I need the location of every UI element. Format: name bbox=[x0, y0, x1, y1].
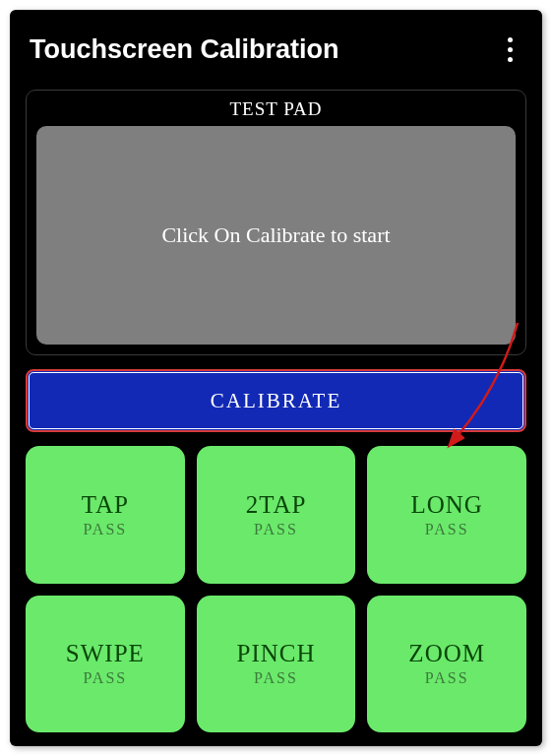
header: Touchscreen Calibration bbox=[26, 24, 526, 90]
test-pad-label: TEST PAD bbox=[36, 98, 516, 126]
tile-zoom: ZOOM PASS bbox=[367, 596, 526, 733]
test-pad-instruction: Click On Calibrate to start bbox=[161, 222, 390, 248]
tile-status: PASS bbox=[254, 669, 298, 687]
tile-title: 2TAP bbox=[246, 491, 307, 519]
tile-status: PASS bbox=[425, 521, 469, 538]
app-screen: Touchscreen Calibration TEST PAD Click O… bbox=[10, 10, 542, 746]
tile-pinch: PINCH PASS bbox=[197, 596, 356, 733]
test-pad-container: TEST PAD Click On Calibrate to start bbox=[26, 90, 526, 355]
tile-status: PASS bbox=[83, 669, 127, 687]
calibrate-button[interactable]: CALIBRATE bbox=[26, 369, 526, 432]
tile-status: PASS bbox=[254, 521, 298, 538]
tile-title: TAP bbox=[82, 491, 129, 519]
tile-title: PINCH bbox=[236, 640, 315, 667]
test-pad[interactable]: Click On Calibrate to start bbox=[36, 126, 516, 345]
tile-long: LONG PASS bbox=[367, 446, 526, 584]
tile-title: LONG bbox=[410, 491, 482, 519]
tile-status: PASS bbox=[83, 521, 127, 538]
results-grid: TAP PASS 2TAP PASS LONG PASS SWIPE PASS … bbox=[26, 446, 526, 732]
tile-tap: TAP PASS bbox=[26, 446, 185, 584]
calibrate-button-label: CALIBRATE bbox=[211, 389, 342, 413]
tile-title: ZOOM bbox=[408, 640, 485, 667]
tile-status: PASS bbox=[425, 669, 469, 687]
app-title: Touchscreen Calibration bbox=[30, 34, 339, 65]
tile-swipe: SWIPE PASS bbox=[26, 596, 185, 733]
tile-2tap: 2TAP PASS bbox=[197, 446, 356, 584]
tile-title: SWIPE bbox=[66, 640, 145, 667]
overflow-menu-icon[interactable] bbox=[498, 32, 522, 68]
